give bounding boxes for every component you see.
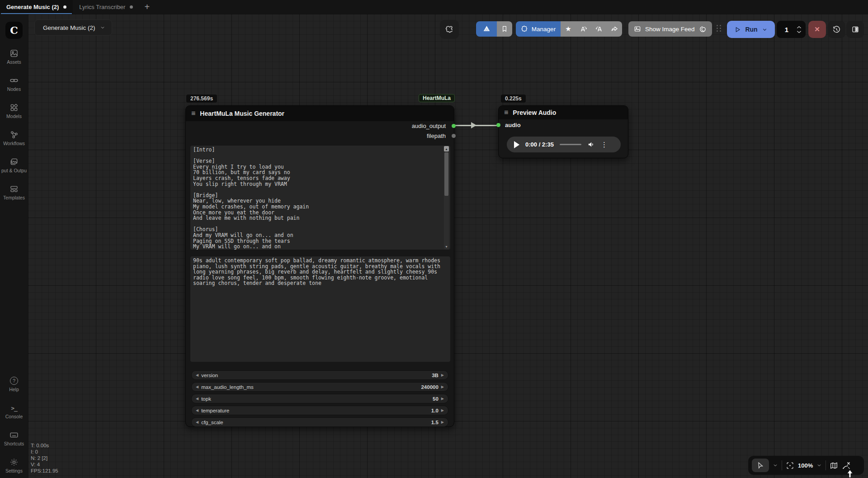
kebab-menu-icon[interactable]: ⋮ (601, 141, 608, 149)
share-button[interactable] (607, 21, 622, 37)
widget-max-audio-length-ms[interactable]: ◀max_audio_length_ms 240000▶ (191, 382, 448, 392)
scroll-down-icon[interactable]: ▼ (444, 244, 449, 249)
increment-arrow-icon[interactable]: ▶ (441, 385, 444, 389)
pointer-tool-button[interactable] (752, 459, 769, 472)
prompt-textarea[interactable]: 90s adult contemporary soft pop ballad, … (190, 256, 450, 362)
update-all-button[interactable] (576, 21, 591, 37)
sidebar-item-assets[interactable]: Assets (0, 49, 28, 65)
player-progress-bar[interactable] (560, 144, 581, 145)
scroll-up-icon[interactable]: ▲ (444, 146, 449, 151)
manager-button[interactable]: Manager (516, 21, 561, 37)
widget-topk[interactable]: ◀topk 50▶ (191, 394, 448, 403)
decrement-arrow-icon[interactable]: ◀ (196, 408, 198, 412)
app-window: Generate Music (2) Lyrics Transcriber + … (0, 0, 868, 478)
link-wire[interactable] (455, 125, 498, 126)
sidebar-item-shortcuts[interactable]: Shortcuts (0, 431, 28, 446)
audio-player[interactable]: 0:00 / 2:35 ⋮ (507, 137, 621, 152)
chevron-down-icon[interactable] (816, 463, 822, 468)
starred-nodes-button[interactable]: ★ (561, 21, 576, 37)
close-icon: ✕ (814, 25, 820, 33)
sidebar-item-nodes[interactable]: Nodes (0, 76, 28, 92)
chevron-down-icon[interactable] (773, 463, 778, 468)
collapse-icon[interactable]: ≡ (504, 109, 508, 117)
output-slot-audio-output[interactable]: audio_output (412, 123, 446, 129)
sidebar-item-workflows[interactable]: Workflows (0, 130, 28, 146)
collapse-icon[interactable]: ≡ (191, 109, 195, 118)
canvas-stats: T: 0.00s I: 0 N: 2 [2] V: 4 FPS:121.95 (31, 442, 58, 474)
update-comfyui-button[interactable] (591, 21, 607, 37)
manager-group: Manager ★ (516, 21, 622, 37)
increment-arrow-icon[interactable]: ▶ (441, 397, 444, 401)
sidebar-item-models[interactable]: Models (0, 103, 28, 119)
models-icon (9, 103, 19, 112)
tab-lyrics-transcriber[interactable]: Lyrics Transcriber (73, 0, 139, 14)
widget-version[interactable]: ◀version 3B▶ (191, 370, 448, 380)
cancel-run-button[interactable]: ✕ (808, 21, 826, 38)
panel-toggle-button[interactable] (846, 21, 864, 38)
node1-header[interactable]: ≡ HeartMuLa Music Generator (186, 106, 454, 121)
extensions-button[interactable] (440, 20, 459, 39)
feed-swirl-icon (699, 25, 707, 33)
decrement-arrow-icon[interactable]: ◀ (196, 397, 198, 401)
gear-icon (9, 458, 19, 467)
lyrics-textarea[interactable]: [Intro] [Verse] Every night I try to loa… (190, 146, 450, 250)
node-preview-audio[interactable]: ≡ Preview Audio audio 0:00 / 2:35 ⋮ (498, 105, 628, 158)
history-button[interactable] (828, 21, 845, 38)
increment-arrow-icon[interactable]: ▶ (441, 408, 444, 412)
left-sidebar: C Assets Nodes Models (0, 14, 28, 478)
chevron-up-icon[interactable] (797, 26, 802, 29)
sidebar-item-settings[interactable]: Settings (0, 458, 28, 473)
increment-arrow-icon[interactable]: ▶ (441, 420, 444, 424)
input-dot-icon[interactable] (496, 123, 500, 127)
sidebar-item-help[interactable]: ? Help (0, 376, 28, 392)
tab-generate-music[interactable]: Generate Music (2) (0, 0, 73, 14)
new-tab-button[interactable]: + (139, 0, 155, 14)
zoom-level[interactable]: 100% (798, 462, 813, 469)
minimap-icon[interactable] (830, 461, 838, 470)
play-icon[interactable] (514, 141, 519, 148)
fit-view-icon[interactable] (786, 461, 794, 470)
widget-temperature[interactable]: ◀temperature 1.0▶ (191, 406, 448, 415)
workflow-selector[interactable]: Generate Music (2) (34, 19, 112, 36)
show-image-feed-button[interactable]: Show Image Feed (628, 21, 712, 37)
share-arrow-icon (611, 25, 618, 33)
output-slot-filepath[interactable]: filepath (427, 133, 446, 139)
batch-count-stepper[interactable]: 1 (777, 21, 806, 38)
divider (826, 460, 826, 470)
batch-spinner[interactable] (797, 26, 806, 33)
chevron-down-icon[interactable] (797, 30, 802, 33)
graph-mode-button[interactable] (476, 21, 497, 37)
increment-arrow-icon[interactable]: ▶ (441, 373, 444, 377)
lyrics-scrollbar[interactable]: ▲ ▼ (444, 146, 449, 249)
node2-header[interactable]: ≡ Preview Audio (499, 106, 628, 119)
node-heartmula-music-generator[interactable]: ≡ HeartMuLa Music Generator audio_output… (185, 105, 454, 427)
toggle-links-icon[interactable] (842, 461, 851, 470)
sidebar-item-input-output[interactable]: put & Outpu (0, 157, 28, 173)
output-dot-icon[interactable] (452, 134, 456, 138)
sidebar-item-templates[interactable]: Templates (0, 185, 28, 200)
stat-fps: FPS:121.95 (31, 468, 58, 474)
scrollbar-thumb[interactable] (444, 152, 448, 196)
workflow-tab-bar: Generate Music (2) Lyrics Transcriber + (0, 0, 868, 14)
output-dot-icon[interactable] (452, 124, 456, 128)
star-icon: ★ (565, 25, 571, 33)
input-slot-audio[interactable]: audio (505, 122, 521, 128)
play-icon (734, 26, 741, 33)
stat-time: T: 0.00s (31, 442, 58, 449)
decrement-arrow-icon[interactable]: ◀ (196, 373, 198, 377)
batch-count-value: 1 (777, 26, 797, 33)
bookmark-button[interactable] (497, 21, 512, 37)
sidebar-item-console[interactable]: >_ Console (0, 403, 28, 419)
toolbar-drag-handle[interactable] (717, 25, 722, 32)
player-time: 0:00 / 2:35 (525, 141, 554, 148)
run-button[interactable]: Run (727, 21, 775, 38)
shortcuts-icon (9, 431, 19, 440)
decrement-arrow-icon[interactable]: ◀ (196, 385, 198, 389)
help-icon: ? (10, 376, 18, 385)
widget-cfg-scale[interactable]: ◀cfg_scale 1.5▶ (191, 417, 448, 427)
decrement-arrow-icon[interactable]: ◀ (196, 420, 198, 424)
sidebar-bottom-group: ? Help >_ Console Shortcuts Settings (0, 376, 28, 473)
sidebar-top-group: Assets Nodes Models Workflows (0, 49, 28, 200)
comfyui-logo[interactable]: C (5, 22, 23, 39)
volume-icon[interactable] (587, 141, 595, 148)
